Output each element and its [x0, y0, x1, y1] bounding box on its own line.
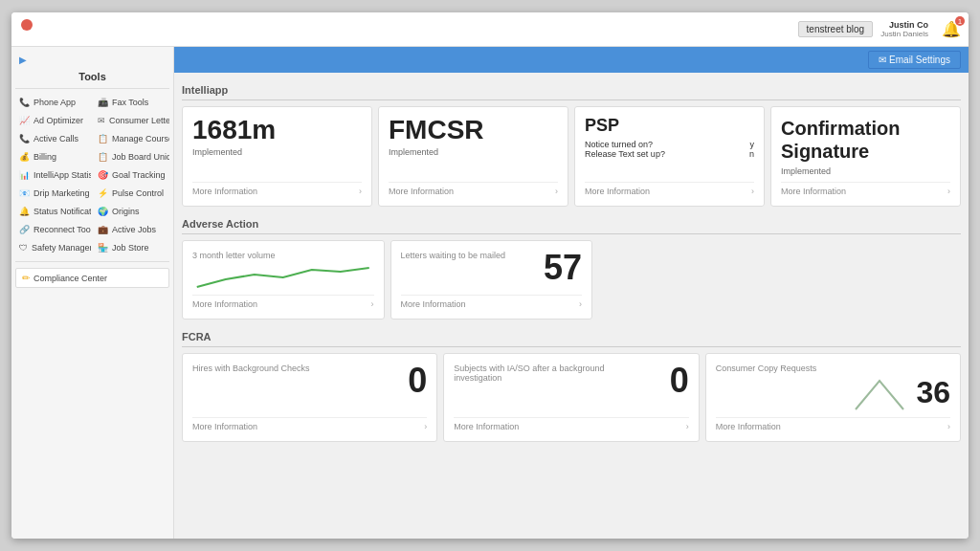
psp-notice-val: y: [750, 140, 755, 149]
adverse-card-letters-mailed: Letters waiting to be mailed 57 More Inf…: [390, 240, 593, 320]
sidebar-item-ad-optimizer[interactable]: 📈 Ad Optimizer: [15, 113, 91, 128]
more-info-arrow: ›: [371, 299, 374, 309]
sidebar-label: Status Notifications: [33, 207, 91, 216]
sidebar-label: Drip Marketing: [33, 188, 90, 198]
sidebar-item-safety[interactable]: 🛡 Safety Management: [15, 240, 91, 255]
more-info-link[interactable]: More Information: [192, 187, 257, 196]
compliance-label: Compliance Center: [33, 274, 107, 283]
tenstreet-logo[interactable]: tenstreet blog: [798, 21, 874, 37]
compliance-icon: ✏: [22, 273, 30, 283]
card-value-psp: PSP: [585, 117, 754, 134]
sidebar-grid: 📞 Phone App 📠 Fax Tools 📈 Ad Optimizer ✉…: [15, 95, 169, 255]
email-settings-button[interactable]: ✉ Email Settings: [868, 51, 961, 69]
more-info-link[interactable]: More Information: [716, 422, 781, 431]
more-info-link[interactable]: More Information: [401, 299, 466, 309]
pulse-icon: ⚡: [98, 188, 108, 198]
fcra-header: FCRA: [182, 327, 961, 347]
sidebar-label: Pulse Control: [112, 188, 164, 198]
sidebar-item-job-board[interactable]: 📋 Job Board Uniqueness: [94, 149, 169, 165]
close-button[interactable]: [21, 19, 33, 31]
card-footer: More Information ›: [585, 182, 754, 196]
sidebar-item-goal-tracking[interactable]: 🎯 Goal Tracking: [94, 167, 169, 183]
card-value-1681m: 1681m: [192, 117, 362, 143]
sidebar-label: Job Store: [112, 243, 149, 253]
card-footer: More Information ›: [781, 182, 950, 196]
card-footer: More Information ›: [192, 417, 427, 431]
subjects-value: 0: [670, 364, 689, 398]
sidebar-bottom: ✏ Compliance Center: [15, 261, 169, 288]
fcra-card-subjects: Subjects with IA/SO after a background i…: [443, 353, 699, 442]
notification-badge[interactable]: 🔔 1: [942, 20, 961, 38]
psp-release-label: Release Text set up?: [585, 149, 665, 159]
sidebar-label: Ad Optimizer: [33, 116, 83, 125]
card-footer: More Information ›: [454, 417, 688, 431]
sidebar-item-fax-tools[interactable]: 📠 Fax Tools: [94, 95, 169, 110]
sidebar-item-intelliapp-stats[interactable]: 📊 IntelliApp Statistics: [15, 167, 91, 183]
card-body: PSP Notice turned on? y Release Text set…: [585, 117, 754, 176]
more-info-link[interactable]: More Information: [454, 422, 519, 431]
intelliapp-section: Intelliapp 1681m Implemented More Inform…: [182, 80, 961, 207]
ad-icon: 📈: [19, 116, 30, 125]
sidebar-label: Billing: [33, 152, 56, 162]
sidebar-label: Reconnect Tool: [33, 225, 91, 234]
user-info: Justin Co Justin Daniels: [880, 20, 928, 38]
more-info-link[interactable]: More Information: [192, 422, 257, 431]
email-settings-bar: ✉ Email Settings: [174, 47, 969, 73]
card-value-fmcsr: FMCSR: [389, 117, 558, 143]
sidebar-item-consumer-letters[interactable]: ✉ Consumer Letters: [94, 113, 169, 128]
psp-release-val: n: [749, 149, 754, 159]
intelliapp-cards-row: 1681m Implemented More Information › FMC…: [182, 106, 961, 207]
card-label-implemented: Implemented: [389, 147, 558, 157]
sidebar-item-manage-course[interactable]: 📋 Manage Course/Class: [94, 131, 169, 146]
consumer-copy-value: 36: [916, 377, 950, 408]
sidebar-item-phone-app[interactable]: 📞 Phone App: [15, 95, 91, 110]
sidebar-item-pulse-control[interactable]: ⚡ Pulse Control: [94, 186, 169, 201]
hires-value: 0: [408, 364, 427, 398]
course-icon: 📋: [98, 134, 108, 143]
intelliapp-card-psp: PSP Notice turned on? y Release Text set…: [574, 106, 765, 207]
more-info-arrow: ›: [359, 187, 362, 196]
more-info-link[interactable]: More Information: [585, 187, 650, 196]
more-info-link[interactable]: More Information: [389, 187, 454, 196]
sidebar-item-status-notif[interactable]: 🔔 Status Notifications: [15, 204, 91, 219]
sidebar-item-origins[interactable]: 🌍 Origins: [94, 204, 169, 219]
sidebar-item-billing[interactable]: 💰 Billing: [15, 149, 91, 165]
triangle-svg: [851, 373, 908, 411]
fax-icon: 📠: [98, 98, 108, 107]
sidebar-item-active-jobs[interactable]: 💼 Active Jobs: [94, 222, 169, 237]
card-footer: More Information ›: [389, 182, 558, 196]
card-footer: More Information ›: [192, 182, 362, 196]
top-bar: tenstreet blog Justin Co Justin Daniels …: [11, 12, 969, 47]
more-info-link[interactable]: More Information: [192, 299, 257, 309]
card-body: FMCSR Implemented: [389, 117, 558, 176]
sidebar-label: IntelliApp Statistics: [33, 170, 91, 180]
more-info-arrow: ›: [424, 422, 427, 431]
card-label-implemented: Implemented: [781, 166, 950, 176]
sidebar-label: Fax Tools: [112, 98, 148, 107]
sidebar-label: Active Calls: [33, 134, 78, 143]
sidebar-label: Goal Tracking: [112, 170, 166, 180]
card-body: 3 month letter volume: [192, 251, 374, 289]
fcra-card-consumer-copy: Consumer Copy Requests 36 More Informati…: [705, 353, 961, 442]
card-body: Subjects with IA/SO after a background i…: [454, 364, 688, 411]
billing-icon: 💰: [19, 152, 30, 162]
calls-icon: 📞: [19, 134, 30, 143]
consumer-copy-chart: 36: [716, 373, 950, 411]
fcra-section: FCRA Hires with Background Checks 0 More…: [182, 327, 961, 442]
sidebar-item-job-store[interactable]: 🏪 Job Store: [94, 240, 169, 255]
chart-svg: [196, 260, 370, 289]
adverse-card-letter-volume: 3 month letter volume More Information ›: [182, 240, 385, 320]
card-body: Hires with Background Checks 0: [192, 364, 427, 411]
card-footer: More Information ›: [401, 295, 583, 309]
phone-icon: 📞: [19, 98, 30, 107]
sidebar-item-active-calls[interactable]: 📞 Active Calls: [15, 131, 91, 146]
sidebar-item-drip-marketing[interactable]: 📧 Drip Marketing: [15, 186, 91, 201]
more-info-arrow: ›: [751, 187, 754, 196]
more-info-arrow: ›: [686, 422, 689, 431]
back-arrow[interactable]: ▶: [15, 53, 169, 67]
sidebar-item-reconnect[interactable]: 🔗 Reconnect Tool: [15, 222, 91, 237]
sidebar-label: Phone App: [33, 98, 76, 107]
more-info-link[interactable]: More Information: [781, 187, 846, 196]
sidebar-item-compliance[interactable]: ✏ Compliance Center: [15, 268, 169, 288]
sidebar-label: Job Board Uniqueness: [112, 152, 169, 162]
